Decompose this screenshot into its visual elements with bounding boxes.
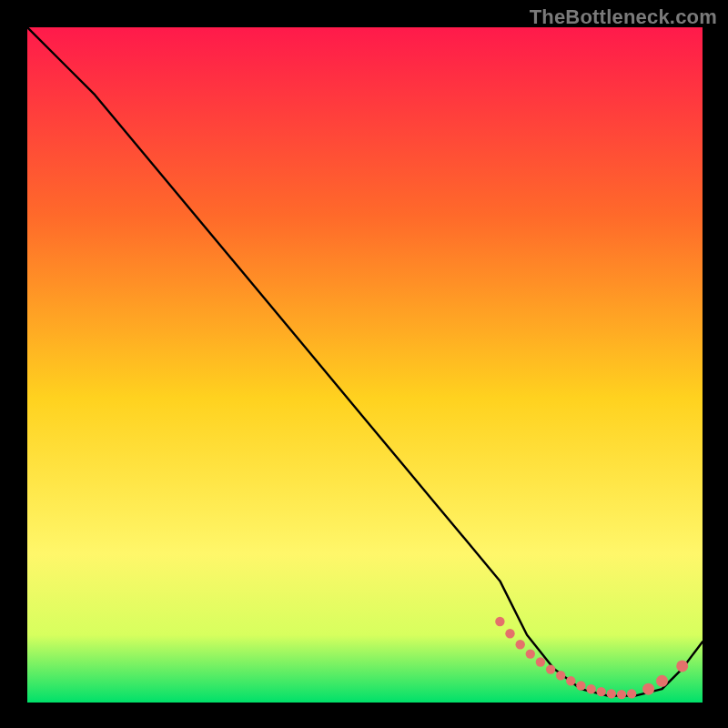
accent-dot [576,681,585,690]
accent-dot [566,676,575,685]
accent-dot [607,689,616,698]
accent-dot [505,629,514,638]
accent-dot [597,687,606,696]
accent-dot [536,657,545,666]
accent-dot [586,684,595,693]
attribution-text: TheBottleneck.com [530,5,717,29]
accent-dot [656,675,668,687]
accent-dot [556,671,565,680]
accent-dot [495,617,504,626]
bottleneck-chart [27,27,703,703]
accent-dot [676,660,688,672]
accent-dot [546,664,555,673]
plot-background [27,27,703,703]
accent-dot [516,640,525,649]
accent-dot [617,690,626,699]
accent-dot [642,683,654,695]
accent-dot [627,689,636,698]
accent-dot [526,649,535,658]
chart-frame: TheBottleneck.com [0,0,728,728]
